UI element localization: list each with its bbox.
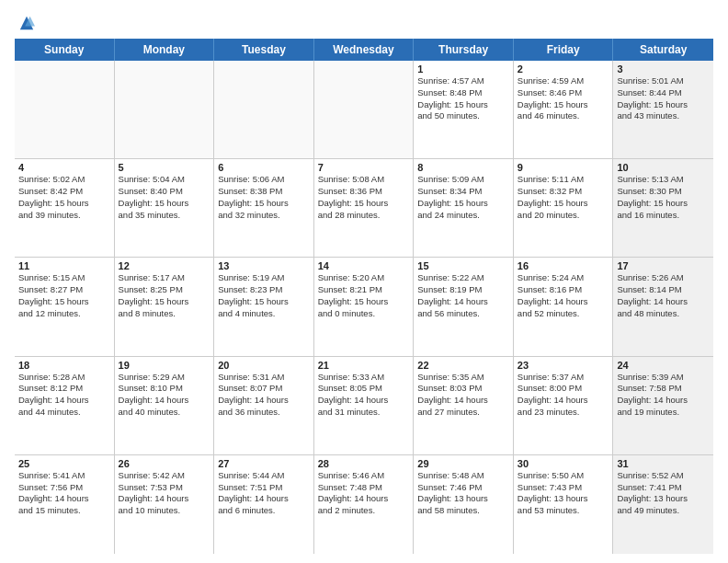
calendar-cell-5: 5Sunrise: 5:04 AMSunset: 8:40 PMDaylight… <box>115 159 215 257</box>
cell-info-line: Sunrise: 5:26 AM <box>617 272 710 284</box>
cell-info-line: Sunrise: 4:57 AM <box>417 75 509 87</box>
cell-info-line: Sunset: 8:05 PM <box>318 383 410 395</box>
day-number: 7 <box>318 162 410 173</box>
cell-info-line: and 16 minutes. <box>617 210 710 222</box>
cell-info-line: Sunset: 7:56 PM <box>18 482 110 494</box>
calendar-cell-1: 1Sunrise: 4:57 AMSunset: 8:48 PMDaylight… <box>414 61 514 158</box>
cell-info-line: Daylight: 14 hours <box>18 493 110 505</box>
cell-info-line: and 31 minutes. <box>318 407 410 419</box>
day-number: 31 <box>617 458 710 469</box>
calendar-cell-29: 29Sunrise: 5:48 AMSunset: 7:46 PMDayligh… <box>414 455 514 554</box>
day-number: 16 <box>518 260 609 271</box>
weekday-header-friday: Friday <box>514 39 614 61</box>
logo <box>15 15 37 31</box>
day-number: 15 <box>417 260 509 271</box>
cell-info-line: Sunrise: 5:20 AM <box>318 272 410 284</box>
calendar-cell-21: 21Sunrise: 5:33 AMSunset: 8:05 PMDayligh… <box>314 357 415 454</box>
cell-info-line: Daylight: 13 hours <box>417 493 509 505</box>
cell-info-line: Sunrise: 5:44 AM <box>218 470 310 482</box>
calendar-cell-12: 12Sunrise: 5:17 AMSunset: 8:25 PMDayligh… <box>115 258 215 355</box>
cell-info-line: Sunset: 7:58 PM <box>617 383 710 395</box>
cell-info-line: Daylight: 14 hours <box>318 395 410 407</box>
cell-info-line: Sunset: 8:34 PM <box>417 186 509 198</box>
calendar-cell-24: 24Sunrise: 5:39 AMSunset: 7:58 PMDayligh… <box>613 357 713 454</box>
day-number: 13 <box>218 260 310 271</box>
day-number: 24 <box>617 360 710 371</box>
cell-info-line: Daylight: 14 hours <box>518 395 609 407</box>
calendar-cell-2: 2Sunrise: 4:59 AMSunset: 8:46 PMDaylight… <box>514 61 614 158</box>
cell-info-line: and 49 minutes. <box>617 505 710 517</box>
cell-info-line: Daylight: 14 hours <box>18 395 110 407</box>
cell-info-line: Daylight: 15 hours <box>119 198 210 210</box>
cell-info-line: Daylight: 15 hours <box>617 198 710 210</box>
cell-info-line: Sunrise: 5:19 AM <box>218 272 310 284</box>
day-number: 8 <box>417 162 509 173</box>
cell-info-line: Sunrise: 4:59 AM <box>518 75 609 87</box>
weekday-header-thursday: Thursday <box>414 39 514 61</box>
calendar-cell-30: 30Sunrise: 5:50 AMSunset: 7:43 PMDayligh… <box>514 455 614 554</box>
cell-info-line: and 6 minutes. <box>218 505 310 517</box>
calendar-cell-16: 16Sunrise: 5:24 AMSunset: 8:16 PMDayligh… <box>514 258 614 355</box>
day-number: 18 <box>18 360 110 371</box>
cell-info-line: Sunrise: 5:41 AM <box>18 470 110 482</box>
calendar-cell-13: 13Sunrise: 5:19 AMSunset: 8:23 PMDayligh… <box>214 258 314 355</box>
weekday-header-sunday: Sunday <box>15 39 115 61</box>
cell-info-line: Sunset: 8:00 PM <box>518 383 609 395</box>
cell-info-line: and 2 minutes. <box>318 505 410 517</box>
calendar-cell-22: 22Sunrise: 5:35 AMSunset: 8:03 PMDayligh… <box>414 357 514 454</box>
calendar-cell-11: 11Sunrise: 5:15 AMSunset: 8:27 PMDayligh… <box>15 258 115 355</box>
cell-info-line: Daylight: 15 hours <box>18 198 110 210</box>
cell-info-line: and 4 minutes. <box>218 308 310 320</box>
cell-info-line: Sunset: 8:44 PM <box>617 87 710 99</box>
cell-info-line: Daylight: 15 hours <box>417 198 509 210</box>
calendar: SundayMondayTuesdayWednesdayThursdayFrid… <box>15 39 713 554</box>
cell-info-line: and 53 minutes. <box>518 505 609 517</box>
cell-info-line: Daylight: 15 hours <box>417 99 509 111</box>
cell-info-line: Sunset: 7:41 PM <box>617 482 710 494</box>
day-number: 17 <box>617 260 710 271</box>
cell-info-line: Sunrise: 5:52 AM <box>617 470 710 482</box>
calendar-cell-23: 23Sunrise: 5:37 AMSunset: 8:00 PMDayligh… <box>514 357 614 454</box>
cell-info-line: Sunset: 8:14 PM <box>617 284 710 296</box>
day-number: 11 <box>18 260 110 271</box>
cell-info-line: Sunrise: 5:42 AM <box>119 470 210 482</box>
cell-info-line: Sunset: 8:48 PM <box>417 87 509 99</box>
cell-info-line: Daylight: 14 hours <box>417 395 509 407</box>
cell-info-line: and 28 minutes. <box>318 210 410 222</box>
day-number: 28 <box>318 458 410 469</box>
cell-info-line: Sunset: 7:43 PM <box>518 482 609 494</box>
header <box>15 15 713 31</box>
weekday-header-wednesday: Wednesday <box>314 39 415 61</box>
cell-info-line: Sunset: 8:38 PM <box>218 186 310 198</box>
calendar-cell-15: 15Sunrise: 5:22 AMSunset: 8:19 PMDayligh… <box>414 258 514 355</box>
calendar-cell-9: 9Sunrise: 5:11 AMSunset: 8:32 PMDaylight… <box>514 159 614 257</box>
calendar-cell-empty-3 <box>314 61 415 158</box>
cell-info-line: Sunrise: 5:04 AM <box>119 174 210 186</box>
calendar-body: 1Sunrise: 4:57 AMSunset: 8:48 PMDaylight… <box>15 61 713 554</box>
calendar-row-2: 4Sunrise: 5:02 AMSunset: 8:42 PMDaylight… <box>15 159 713 258</box>
cell-info-line: and 56 minutes. <box>417 308 509 320</box>
cell-info-line: and 10 minutes. <box>119 505 210 517</box>
cell-info-line: Sunrise: 5:48 AM <box>417 470 509 482</box>
calendar-cell-25: 25Sunrise: 5:41 AMSunset: 7:56 PMDayligh… <box>15 455 115 554</box>
cell-info-line: Daylight: 15 hours <box>318 198 410 210</box>
cell-info-line: and 43 minutes. <box>617 110 710 122</box>
cell-info-line: Sunset: 8:27 PM <box>18 284 110 296</box>
cell-info-line: and 58 minutes. <box>417 505 509 517</box>
cell-info-line: and 32 minutes. <box>218 210 310 222</box>
cell-info-line: Daylight: 15 hours <box>518 198 609 210</box>
calendar-cell-31: 31Sunrise: 5:52 AMSunset: 7:41 PMDayligh… <box>613 455 713 554</box>
cell-info-line: Sunrise: 5:33 AM <box>318 372 410 384</box>
cell-info-line: Sunset: 7:48 PM <box>318 482 410 494</box>
cell-info-line: Sunset: 8:30 PM <box>617 186 710 198</box>
cell-info-line: Daylight: 14 hours <box>218 493 310 505</box>
calendar-row-3: 11Sunrise: 5:15 AMSunset: 8:27 PMDayligh… <box>15 258 713 356</box>
cell-info-line: Daylight: 15 hours <box>617 99 710 111</box>
cell-info-line: Daylight: 13 hours <box>518 493 609 505</box>
cell-info-line: Sunrise: 5:28 AM <box>18 372 110 384</box>
cell-info-line: Sunrise: 5:13 AM <box>617 174 710 186</box>
cell-info-line: and 0 minutes. <box>318 308 410 320</box>
calendar-cell-10: 10Sunrise: 5:13 AMSunset: 8:30 PMDayligh… <box>613 159 713 257</box>
cell-info-line: Daylight: 14 hours <box>318 493 410 505</box>
calendar-cell-26: 26Sunrise: 5:42 AMSunset: 7:53 PMDayligh… <box>115 455 215 554</box>
